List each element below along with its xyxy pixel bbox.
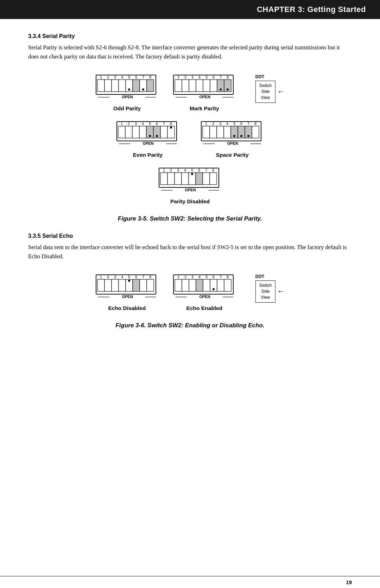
- svg-point-38: [220, 88, 222, 91]
- svg-text:1: 1: [100, 75, 102, 79]
- chapter-header: CHAPTER 3: Getting Started: [0, 0, 380, 19]
- echo-enabled-group: 1 2 3 4 5 6 7 8: [173, 271, 236, 311]
- space-parity-diagram: 1 2 3 4 5 6 7 8: [201, 117, 264, 149]
- svg-rect-53: [118, 126, 125, 138]
- svg-rect-145: [203, 279, 210, 291]
- svg-text:8: 8: [170, 122, 172, 126]
- svg-text:3: 3: [114, 275, 116, 279]
- svg-text:2: 2: [184, 275, 186, 279]
- section-335-body: Serial data sent to the interface conver…: [28, 243, 352, 261]
- svg-rect-79: [224, 126, 231, 138]
- svg-text:6: 6: [135, 275, 137, 279]
- svg-rect-120: [97, 279, 104, 291]
- echo-enabled-diagram: 1 2 3 4 5 6 7 8: [173, 271, 236, 302]
- svg-rect-76: [203, 126, 210, 138]
- svg-text:2: 2: [107, 275, 109, 279]
- svg-rect-101: [175, 173, 182, 185]
- svg-text:8: 8: [227, 275, 229, 279]
- even-parity-label: Even Parity: [133, 152, 163, 158]
- svg-text:1: 1: [205, 122, 207, 126]
- odd-parity-group: 1 2 3 4 5 6 7 8: [95, 71, 159, 112]
- svg-rect-34: [196, 80, 203, 92]
- svg-rect-55: [132, 126, 139, 138]
- svg-point-125: [128, 280, 130, 282]
- svg-rect-10: [104, 80, 112, 92]
- svg-rect-99: [160, 173, 167, 185]
- svg-text:OPEN: OPEN: [185, 188, 196, 192]
- mark-parity-label: Mark Parity: [190, 105, 219, 112]
- svg-text:4: 4: [198, 75, 201, 79]
- svg-point-14: [128, 88, 130, 91]
- svg-rect-105: [196, 173, 203, 185]
- echo-disabled-group: 1 2 3 4 5 6 7 8: [95, 271, 159, 311]
- dot-label-1: DOT: [255, 74, 264, 79]
- svg-rect-107: [210, 173, 217, 185]
- svg-rect-77: [210, 126, 217, 138]
- svg-point-104: [191, 173, 193, 175]
- svg-text:4: 4: [121, 275, 123, 279]
- svg-rect-121: [104, 279, 112, 291]
- mark-parity-group: 1 2 3 4 5 6 7 8: [173, 71, 236, 112]
- figure-35: 1 2 3 4 5 6 7 8: [28, 71, 352, 222]
- parity-row-1: 1 2 3 4 5 6 7 8: [95, 71, 285, 112]
- svg-rect-106: [203, 173, 210, 185]
- svg-rect-102: [182, 173, 189, 185]
- svg-rect-33: [189, 80, 196, 92]
- parity-disabled-diagram: 1 2 3 4 5 6 7 8: [158, 164, 222, 196]
- svg-text:1: 1: [177, 275, 179, 279]
- svg-rect-127: [140, 279, 147, 291]
- svg-text:8: 8: [149, 75, 151, 79]
- svg-point-85: [247, 135, 249, 137]
- figure-35-caption: Figure 3-5. Switch SW2: Selecting the Se…: [118, 215, 262, 222]
- svg-text:3: 3: [177, 168, 179, 172]
- figure-36-caption: Figure 3-6. Switch SW2: Enabling or Disa…: [115, 322, 264, 329]
- svg-text:7: 7: [163, 122, 165, 126]
- space-parity-group: 1 2 3 4 5 6 7 8: [201, 117, 264, 158]
- svg-text:8: 8: [227, 75, 229, 79]
- svg-text:5: 5: [205, 75, 208, 79]
- svg-text:3: 3: [191, 275, 194, 279]
- svg-rect-122: [112, 279, 119, 291]
- section-334-body: Serial Parity is selected with S2-6 thro…: [28, 43, 352, 61]
- svg-text:6: 6: [213, 75, 215, 79]
- parity-row-3: 1 2 3 4 5 6 7 8: [158, 164, 222, 205]
- section-335-heading: 3.3.5 Serial Echo: [28, 233, 352, 239]
- svg-rect-78: [217, 126, 224, 138]
- svg-text:8: 8: [212, 168, 214, 172]
- side-view-block-1: SwitchSideView ←: [255, 81, 285, 103]
- svg-text:7: 7: [142, 75, 144, 79]
- svg-text:4: 4: [121, 75, 123, 79]
- svg-text:OPEN: OPEN: [142, 141, 153, 146]
- svg-text:2: 2: [170, 168, 172, 172]
- svg-rect-149: [224, 279, 231, 291]
- odd-parity-diagram: 1 2 3 4 5 6 7 8: [95, 71, 159, 103]
- svg-rect-100: [167, 173, 175, 185]
- svg-text:4: 4: [142, 122, 144, 126]
- svg-text:7: 7: [220, 275, 222, 279]
- svg-rect-31: [175, 80, 182, 92]
- svg-rect-35: [203, 80, 210, 92]
- svg-text:1: 1: [177, 75, 179, 79]
- svg-rect-143: [189, 279, 196, 291]
- svg-text:6: 6: [240, 122, 242, 126]
- svg-rect-15: [133, 80, 140, 92]
- svg-text:3: 3: [191, 75, 194, 79]
- svg-text:7: 7: [220, 75, 222, 79]
- side-view-annotation-1: DOT SwitchSideView ←: [255, 74, 285, 103]
- svg-text:8: 8: [149, 275, 151, 279]
- page-number: 19: [346, 579, 352, 585]
- odd-parity-label: Odd Parity: [113, 105, 141, 112]
- svg-text:4: 4: [198, 275, 201, 279]
- svg-rect-86: [252, 126, 259, 138]
- svg-rect-144: [196, 279, 203, 291]
- svg-text:6: 6: [156, 122, 158, 126]
- page-content: 3.3.4 Serial Parity Serial Parity is sel…: [0, 19, 380, 368]
- svg-text:2: 2: [107, 75, 109, 79]
- svg-point-60: [156, 135, 158, 137]
- svg-text:1: 1: [163, 168, 165, 172]
- arrow-left-icon-1: ←: [277, 87, 285, 96]
- side-view-annotation-2: DOT SwitchSideView ←: [255, 274, 285, 302]
- svg-text:6: 6: [213, 275, 215, 279]
- svg-text:2: 2: [184, 75, 186, 79]
- svg-text:7: 7: [247, 122, 249, 126]
